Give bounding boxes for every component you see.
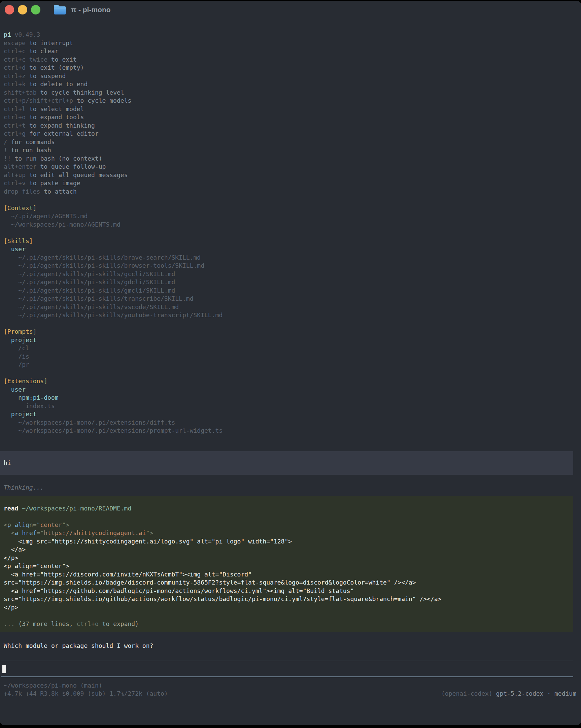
section-scope: project xyxy=(0,336,581,344)
text-token: (37 more lines, xyxy=(18,620,76,627)
thinking-indicator: Thinking... xyxy=(0,484,581,492)
text-token xyxy=(4,529,11,537)
text-token: to expand thinking xyxy=(29,122,95,129)
text-token: ~/workspaces/pi-mono/.pi/extensions/diff… xyxy=(4,419,175,426)
text-token: to edit all queued messages xyxy=(29,172,128,179)
text-token: shift+tab xyxy=(4,89,37,96)
shortcut-line: shift+tab to cycle thinking level xyxy=(0,88,581,97)
text-token: to cycle thinking level xyxy=(40,89,124,96)
shortcut-line: ctrl+z to suspend xyxy=(0,72,581,80)
user-message: hi xyxy=(0,451,573,475)
code-line: <a href="https://github.com/badlogic/pi-… xyxy=(0,587,573,595)
text-token: https://shittycodingagent.ai xyxy=(44,529,146,537)
section-path: ~/.pi/agent/skills/pi-skills/transcribe/… xyxy=(0,295,581,303)
text-token: ~/.pi/agent/skills/pi-skills/gccli/SKILL… xyxy=(4,270,175,278)
shortcut-line: ! to run bash xyxy=(0,146,581,155)
shortcut-line: ctrl+o to expand tools xyxy=(0,113,581,122)
status-cwd: ~/workspaces/pi-mono (main) xyxy=(0,681,581,690)
text-token: alt+up xyxy=(4,172,26,179)
titlebar[interactable]: π - pi-mono xyxy=(0,1,581,19)
section: [Context] ~/.pi/agent/AGENTS.md ~/worksp… xyxy=(0,204,581,229)
status-stats: ↑4.7k ↓44 R3.8k $0.009 (sub) 1.7%/272k (… xyxy=(0,690,168,698)
shortcut-line: ctrl+l to select model xyxy=(0,105,581,113)
text-token: ctrl+o xyxy=(77,620,99,627)
text-token: [Skills] xyxy=(4,237,33,244)
text-token: ctrl+v xyxy=(4,180,26,186)
code-line: </p> xyxy=(0,554,573,562)
spacer xyxy=(0,612,573,620)
text-token: < xyxy=(4,521,7,528)
status-provider: (openai-codex) xyxy=(441,690,493,697)
text-token: /is xyxy=(4,353,29,360)
code-line: <a href="https://shittycodingagent.ai"> xyxy=(0,529,573,538)
text-token: </p> xyxy=(4,604,18,611)
section-title: [Skills] xyxy=(0,237,581,245)
text-token: user xyxy=(4,245,26,253)
prompt-input[interactable] xyxy=(1,661,573,677)
section-scope: user xyxy=(0,245,581,254)
text-token: alt+enter xyxy=(4,163,37,170)
text-token: ~/workspaces/pi-mono/AGENTS.md xyxy=(4,221,121,228)
text-token: ~/.pi/agent/skills/pi-skills/gdcli/SKILL… xyxy=(4,279,175,286)
status-model: gpt-5.2-codex · medium xyxy=(496,690,576,697)
code-line: </a> xyxy=(0,546,573,554)
text-token: [Context] xyxy=(4,204,37,211)
text-token: align xyxy=(15,521,33,528)
code-line: src="https://img.shields.io/github/actio… xyxy=(0,595,573,603)
text-cursor xyxy=(2,665,6,673)
text-token: to exit (empty) xyxy=(29,64,84,71)
section-scope: project xyxy=(0,410,581,419)
app-version: v0.49.3 xyxy=(15,31,41,38)
shortcut-line: ctrl+k to delete to end xyxy=(0,80,581,88)
text-token: ~/.pi/agent/skills/pi-skills/youtube-tra… xyxy=(4,311,222,318)
text-token: ~/.pi/agent/AGENTS.md xyxy=(4,212,87,219)
section: [Prompts] project /cl /is /pr xyxy=(0,328,581,369)
text-token: to delete to end xyxy=(29,80,87,87)
text-token: "> xyxy=(146,529,154,537)
shortcut-line: !! to run bash (no context) xyxy=(0,155,581,163)
text-token: src="https://img.shields.io/github/actio… xyxy=(4,595,441,602)
zoom-button[interactable] xyxy=(31,5,41,15)
folder-icon xyxy=(53,4,67,15)
text-token: for external editor xyxy=(29,130,99,137)
text-token: [Prompts] xyxy=(4,328,37,335)
minimize-button[interactable] xyxy=(18,5,27,15)
shortcut-line: / for commands xyxy=(0,138,581,147)
text-token: to interrupt xyxy=(29,40,73,47)
section-path: /is xyxy=(0,353,581,361)
status-row: ↑4.7k ↓44 R3.8k $0.009 (sub) 1.7%/272k (… xyxy=(0,690,581,698)
assistant-message: Which module or package should I work on… xyxy=(0,642,581,650)
section-path: index.ts xyxy=(0,402,581,411)
text-token: to exit xyxy=(51,56,77,63)
section-path: ~/workspaces/pi-mono/.pi/extensions/prom… xyxy=(0,426,581,435)
text-token: a xyxy=(15,529,19,537)
text-token: =" xyxy=(33,521,41,528)
text-token: ~/.pi/agent/skills/pi-skills/vscode/SKIL… xyxy=(4,303,179,310)
text-token: center xyxy=(40,521,62,528)
close-button[interactable] xyxy=(5,5,14,15)
section-scope: user xyxy=(0,386,581,394)
text-token: </a> xyxy=(4,546,26,553)
text-token: src="https://img.shields.io/badge/discor… xyxy=(4,579,416,586)
section-path: ~/.pi/agent/skills/pi-skills/brave-searc… xyxy=(0,254,581,262)
code-line: <p align="center"> xyxy=(0,562,573,570)
text-token: project xyxy=(4,411,37,418)
text-token: to attach xyxy=(44,188,77,195)
text-token: ctrl+l xyxy=(4,105,26,112)
shortcut-line: ctrl+d to exit (empty) xyxy=(0,63,581,72)
shortcut-line: ctrl+t to expand thinking xyxy=(0,122,581,130)
section: [Extensions] user npm:pi-doom index.ts p… xyxy=(0,377,581,435)
text-token: for commands xyxy=(11,138,55,146)
text-token: href xyxy=(22,529,36,537)
section-title: [Context] xyxy=(0,204,581,212)
code-line: <img src="https://shittycodingagent.ai/l… xyxy=(0,538,573,546)
user-message-text: hi xyxy=(0,459,573,467)
shortcut-line: drop files to attach xyxy=(0,187,581,196)
terminal-content: piv0.49.3 escape to interruptctrl+c to c… xyxy=(0,19,581,698)
text-token: ctrl+p/shift+ctrl+p xyxy=(4,97,73,104)
section-path: ~/.pi/agent/skills/pi-skills/browser-too… xyxy=(0,262,581,270)
tool-arg: ~/workspaces/pi-mono/README.md xyxy=(22,505,131,512)
shortcut-line: ctrl+c to clear xyxy=(0,47,581,56)
text-token: ~/workspaces/pi-mono/.pi/extensions/prom… xyxy=(4,427,222,434)
text-token: < xyxy=(11,529,15,537)
